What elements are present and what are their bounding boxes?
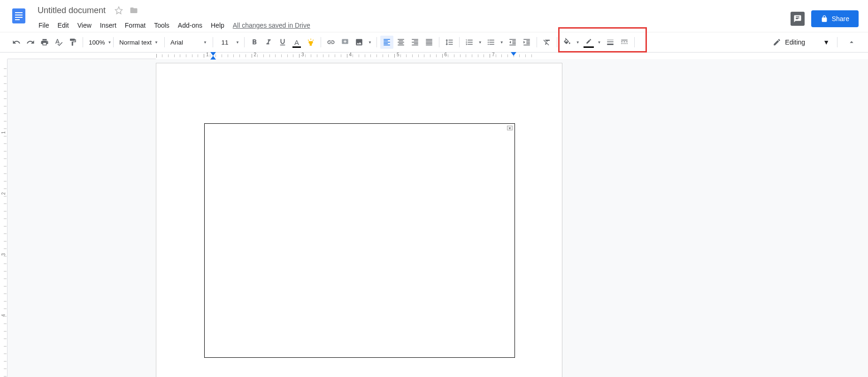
menu-insert[interactable]: Insert [96,20,120,31]
separator [376,37,377,47]
separator [164,37,165,47]
paint-format-button[interactable] [66,36,79,49]
numbered-list-button[interactable] [463,36,476,49]
docs-logo[interactable] [9,4,28,28]
separator [213,37,213,47]
border-color-button[interactable] [582,36,595,49]
text-color-button[interactable]: A [290,36,303,49]
comment-history-button[interactable] [791,12,805,26]
spellcheck-button[interactable] [52,36,65,49]
ruler-number: 1 [206,52,209,57]
underline-button[interactable] [276,36,289,49]
separator [634,37,635,47]
bulleted-list-arrow[interactable]: ▼ [498,40,506,45]
highlight-color-button[interactable] [304,36,317,49]
cell-fill-color-button[interactable] [561,36,574,49]
ruler-number: 4 [349,52,352,57]
ruler-number: 6 [445,52,447,57]
save-status[interactable]: All changes saved in Drive [233,22,310,29]
menu-file[interactable]: File [35,20,53,31]
ruler-horizontal[interactable]: 1234567 [8,53,868,59]
menu-addons[interactable]: Add-ons [174,20,206,31]
numbered-list-arrow[interactable]: ▼ [476,40,484,45]
image-arrow[interactable]: ▼ [366,40,374,45]
page[interactable]: ▼ [156,63,562,377]
document-canvas[interactable]: ▼ [8,59,868,377]
add-comment-button[interactable] [338,36,352,49]
align-center-button[interactable] [394,36,407,49]
menu-format[interactable]: Format [121,20,149,31]
menu-view[interactable]: View [74,20,95,31]
separator [321,37,321,47]
border-width-button[interactable] [604,36,617,49]
menu-help[interactable]: Help [207,20,228,31]
star-icon[interactable] [114,6,123,15]
zoom-select[interactable]: 100%▼ [86,39,110,46]
border-dash-button[interactable] [618,36,631,49]
align-justify-button[interactable] [422,36,436,49]
separator [459,37,460,47]
separator [439,37,439,47]
bulleted-list-button[interactable] [484,36,498,49]
undo-button[interactable] [10,36,23,49]
ruler-number: 2 [254,52,257,57]
clear-formatting-button[interactable] [540,36,553,49]
align-right-button[interactable] [408,36,422,49]
svg-rect-1 [15,12,23,13]
menu-tools[interactable]: Tools [150,20,173,31]
link-button[interactable] [324,36,338,49]
ruler-number: 3 [1,253,6,256]
separator [557,37,557,47]
move-folder-icon[interactable] [129,6,138,15]
style-select[interactable]: Normal text▼ [116,39,161,46]
svg-rect-0 [12,8,25,23]
svg-rect-4 [15,19,20,20]
editing-mode-select[interactable]: Editing ▼ [768,38,834,46]
font-select[interactable]: Arial▼ [168,39,210,46]
ruler-number: 3 [301,52,304,57]
separator [83,37,83,47]
increase-indent-button[interactable] [520,36,533,49]
italic-button[interactable] [262,36,275,49]
ruler-number: 7 [492,52,495,57]
line-spacing-button[interactable] [443,36,456,49]
align-left-button[interactable] [380,36,393,49]
separator [113,37,114,47]
font-size-arrow[interactable]: ▼ [234,40,241,45]
decrease-indent-button[interactable] [506,36,519,49]
separator [837,37,837,47]
document-title[interactable]: Untitled document [35,5,108,16]
insert-image-button[interactable] [353,36,366,49]
ruler-vertical[interactable]: 1234 [0,59,8,377]
cell-menu-icon[interactable]: ▼ [507,126,513,130]
redo-button[interactable] [24,36,37,49]
print-button[interactable] [38,36,51,49]
separator [244,37,245,47]
ruler-number: 1 [1,131,6,134]
menu-edit[interactable]: Edit [54,20,73,31]
separator [537,37,537,47]
bold-button[interactable] [248,36,261,49]
ruler-number: 5 [397,52,399,57]
border-color-arrow[interactable]: ▼ [596,40,603,45]
svg-rect-2 [15,15,23,15]
svg-rect-3 [15,17,23,18]
table[interactable]: ▼ [204,123,515,358]
collapse-toolbar-button[interactable] [845,36,858,49]
fill-color-arrow[interactable]: ▼ [574,40,582,45]
font-size-select[interactable]: 11 [216,39,234,46]
share-label: Share [832,15,849,23]
share-button[interactable]: Share [811,10,859,27]
ruler-number: 2 [1,192,6,195]
